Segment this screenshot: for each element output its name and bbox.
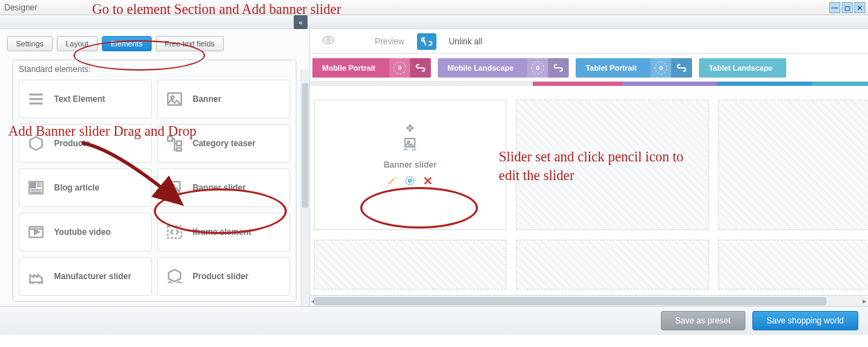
panel-title: Standard elements: [13,64,296,80]
element-iframe[interactable]: Iframe element [157,213,290,251]
svg-point-19 [327,38,330,42]
maximize-button[interactable]: ◻ [842,2,853,13]
tree-icon [165,134,184,153]
save-shopping-world-button[interactable]: Save shopping world [752,311,858,330]
device-label: Mobile Portrait [312,58,389,78]
canvas[interactable]: ✥ Banner slider [310,86,868,291]
window-title: Designer [4,3,37,12]
right-toolbar: Preview Unlink all [310,29,868,54]
collapse-left-icon[interactable]: « [294,15,308,29]
device-label: Mobile Landscape [438,58,527,78]
element-label: Product slider [193,272,249,281]
element-blog[interactable]: Blog article [19,168,152,207]
device-mobile-landscape[interactable]: Mobile Landscape 0 [438,58,569,78]
left-panel: Settings Layout Elements Free text field… [0,29,310,306]
device-tablet-portrait[interactable]: Tablet Portrait 0 [576,58,692,78]
video-icon [26,222,46,242]
preview-label: Preview [375,37,405,46]
element-banner-slider[interactable]: Banner slider [157,168,290,207]
scrollbar-thumb[interactable] [302,83,308,208]
left-tabs: Settings Layout Elements Free text field… [0,29,309,60]
factory-icon [26,267,46,286]
device-label: Tablet Landscape [699,58,786,78]
eye-icon[interactable] [322,35,335,48]
element-manufacturer[interactable]: Manufacturer slider [19,257,152,296]
element-banner[interactable]: Banner [157,80,290,118]
element-label: Banner slider [193,183,246,193]
left-scrollbar[interactable] [301,69,309,306]
text-icon [26,89,46,109]
footer: Save as preset Save shopping world [0,306,868,334]
grid-slot[interactable] [314,240,506,290]
svg-rect-5 [168,136,172,141]
device-badge: 0 [389,58,410,78]
slider-icon [384,136,437,157]
delete-icon[interactable] [423,175,434,186]
box-icon [26,134,46,153]
window-titlebar: Designer — ◻ ✕ [0,0,868,15]
element-category[interactable]: Category teaser [157,124,290,163]
grid-slot[interactable] [516,100,709,230]
article-icon [26,178,46,197]
top-strip: « [0,15,868,29]
move-icon[interactable]: ✥ [384,123,437,134]
device-mobile-portrait[interactable]: Mobile Portrait 0 [312,58,431,78]
svg-rect-6 [177,141,181,146]
element-text[interactable]: Text Element [19,80,152,118]
device-label: Tablet Portrait [576,58,650,78]
right-panel: Preview Unlink all Mobile Portrait 0 Mob… [310,29,868,306]
grid-slot[interactable] [718,240,868,290]
widget-label: Banner slider [384,160,437,170]
device-row: Mobile Portrait 0 Mobile Landscape 0 Tab… [310,54,868,82]
element-label: Manufacturer slider [54,272,131,281]
device-tablet-landscape[interactable]: Tablet Landscape [699,58,786,78]
link-icon[interactable] [671,58,692,78]
element-product-slider[interactable]: Product slider [157,257,290,296]
scrollbar-thumb[interactable] [314,297,826,305]
svg-rect-7 [177,148,181,151]
grid-slot[interactable] [516,240,709,290]
unlink-icon[interactable] [417,33,436,50]
link-icon[interactable] [548,58,569,78]
scroll-right-icon[interactable]: ► [860,296,868,306]
image-icon [165,89,184,109]
element-label: Blog article [54,183,99,193]
device-badge: 0 [650,58,671,78]
slider-icon [165,178,184,197]
element-youtube[interactable]: Youtube video [19,213,152,251]
tab-layout[interactable]: Layout [57,36,98,51]
bottom-divider [0,334,868,335]
save-preset-button[interactable]: Save as preset [661,311,745,330]
element-label: Youtube video [54,227,111,237]
element-label: Text Element [54,94,105,104]
svg-point-4 [171,96,174,99]
tab-elements[interactable]: Elements [102,36,152,51]
element-label: Iframe element [193,227,251,237]
tab-settings[interactable]: Settings [7,36,53,51]
tab-freetext[interactable]: Free text fields [156,36,224,51]
minimize-button[interactable]: — [829,2,840,13]
svg-point-26 [406,177,414,185]
grid-slot[interactable]: ✥ Banner slider [314,100,506,230]
grid-slot[interactable] [718,100,868,230]
element-label: Banner [193,94,221,104]
pencil-icon[interactable] [387,175,398,186]
svg-rect-9 [30,184,35,188]
link-icon[interactable] [410,58,431,78]
svg-point-27 [409,179,411,182]
element-label: Products [54,139,90,148]
gear-icon[interactable] [405,175,416,186]
close-button[interactable]: ✕ [854,2,865,13]
element-label: Category teaser [193,139,256,148]
box-slider-icon [165,267,184,286]
widget-banner-slider[interactable]: ✥ Banner slider [384,123,437,186]
horizontal-scrollbar[interactable]: ◄ ► [310,295,868,306]
unlink-label: Unlink all [449,37,483,46]
standard-elements-panel: Standard elements: Text Element Banner [12,60,296,302]
code-icon [165,222,184,242]
element-products[interactable]: Products [19,124,152,163]
device-badge: 0 [527,58,548,78]
